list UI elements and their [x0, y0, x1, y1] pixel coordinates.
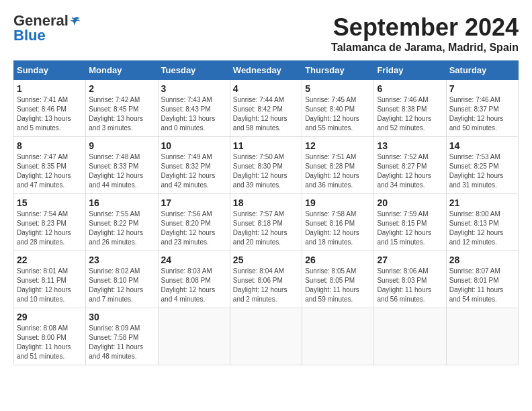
day-info: Sunrise: 7:43 AMSunset: 8:43 PMDaylight:… — [161, 95, 227, 133]
day-number: 25 — [233, 255, 299, 265]
day-info: Sunrise: 8:00 AMSunset: 8:13 PMDaylight:… — [449, 210, 515, 247]
day-number: 1 — [17, 83, 83, 94]
day-number: 3 — [161, 83, 227, 94]
day-info: Sunrise: 7:56 AMSunset: 8:20 PMDaylight:… — [161, 210, 227, 247]
day-number: 29 — [17, 312, 83, 322]
calendar-day-cell: 15Sunrise: 7:54 AMSunset: 8:23 PMDayligh… — [14, 194, 86, 251]
empty-cell — [302, 308, 374, 365]
day-number: 13 — [377, 140, 443, 151]
empty-cell — [446, 308, 518, 365]
location-subtitle: Talamanca de Jarama, Madrid, Spain — [331, 42, 519, 54]
calendar-day-cell: 17Sunrise: 7:56 AMSunset: 8:20 PMDayligh… — [158, 194, 230, 251]
calendar-day-cell: 24Sunrise: 8:03 AMSunset: 8:08 PMDayligh… — [158, 251, 230, 308]
calendar-day-cell: 25Sunrise: 8:04 AMSunset: 8:06 PMDayligh… — [230, 251, 302, 308]
day-info: Sunrise: 8:06 AMSunset: 8:03 PMDaylight:… — [377, 267, 443, 304]
day-info: Sunrise: 8:01 AMSunset: 8:11 PMDaylight:… — [17, 267, 83, 304]
header-sunday: Sunday — [14, 61, 86, 80]
day-number: 27 — [377, 255, 443, 265]
day-info: Sunrise: 7:42 AMSunset: 8:45 PMDaylight:… — [89, 95, 154, 133]
day-number: 8 — [17, 140, 83, 151]
day-number: 28 — [449, 255, 515, 265]
calendar-day-cell: 29Sunrise: 8:08 AMSunset: 8:00 PMDayligh… — [14, 308, 86, 365]
calendar-day-cell: 2Sunrise: 7:42 AMSunset: 8:45 PMDaylight… — [86, 80, 158, 137]
month-year-title: September 2024 — [331, 13, 519, 42]
header-friday: Friday — [374, 61, 446, 80]
header-monday: Monday — [86, 61, 158, 80]
header: General Blue September 2024 Talamanca de… — [13, 13, 519, 54]
day-number: 10 — [161, 140, 227, 151]
calendar-day-cell: 11Sunrise: 7:50 AMSunset: 8:30 PMDayligh… — [230, 137, 302, 194]
calendar-day-cell: 19Sunrise: 7:58 AMSunset: 8:16 PMDayligh… — [302, 194, 374, 251]
calendar-day-cell: 7Sunrise: 7:46 AMSunset: 8:37 PMDaylight… — [446, 80, 518, 137]
logo: General Blue — [13, 13, 81, 43]
day-info: Sunrise: 7:47 AMSunset: 8:35 PMDaylight:… — [17, 152, 83, 190]
day-number: 15 — [17, 197, 83, 208]
day-number: 26 — [305, 255, 371, 265]
calendar-day-cell: 10Sunrise: 7:49 AMSunset: 8:32 PMDayligh… — [158, 137, 230, 194]
header-saturday: Saturday — [446, 61, 518, 80]
day-number: 6 — [377, 83, 443, 94]
calendar-table: Sunday Monday Tuesday Wednesday Thursday… — [13, 60, 519, 365]
calendar-day-cell: 27Sunrise: 8:06 AMSunset: 8:03 PMDayligh… — [374, 251, 446, 308]
logo-bird-icon — [70, 15, 81, 26]
weekday-header-row: Sunday Monday Tuesday Wednesday Thursday… — [14, 61, 519, 80]
empty-cell — [158, 308, 230, 365]
day-number: 4 — [233, 83, 299, 94]
day-number: 23 — [89, 255, 154, 265]
day-number: 5 — [305, 83, 371, 94]
calendar-day-cell: 18Sunrise: 7:57 AMSunset: 8:18 PMDayligh… — [230, 194, 302, 251]
day-info: Sunrise: 7:59 AMSunset: 8:15 PMDaylight:… — [377, 210, 443, 247]
day-info: Sunrise: 7:52 AMSunset: 8:27 PMDaylight:… — [377, 152, 443, 190]
day-number: 2 — [89, 83, 154, 94]
day-info: Sunrise: 8:04 AMSunset: 8:06 PMDaylight:… — [233, 267, 299, 304]
day-info: Sunrise: 7:41 AMSunset: 8:46 PMDaylight:… — [17, 95, 83, 133]
day-info: Sunrise: 7:51 AMSunset: 8:28 PMDaylight:… — [305, 152, 371, 190]
header-wednesday: Wednesday — [230, 61, 302, 80]
calendar-day-cell: 8Sunrise: 7:47 AMSunset: 8:35 PMDaylight… — [14, 137, 86, 194]
header-tuesday: Tuesday — [158, 61, 230, 80]
day-info: Sunrise: 7:57 AMSunset: 8:18 PMDaylight:… — [233, 210, 299, 247]
calendar-day-cell: 5Sunrise: 7:45 AMSunset: 8:40 PMDaylight… — [302, 80, 374, 137]
calendar-day-cell: 12Sunrise: 7:51 AMSunset: 8:28 PMDayligh… — [302, 137, 374, 194]
calendar-day-cell: 28Sunrise: 8:07 AMSunset: 8:01 PMDayligh… — [446, 251, 518, 308]
empty-cell — [374, 308, 446, 365]
day-info: Sunrise: 7:46 AMSunset: 8:38 PMDaylight:… — [377, 95, 443, 133]
title-area: September 2024 Talamanca de Jarama, Madr… — [331, 13, 519, 54]
day-number: 9 — [89, 140, 154, 151]
calendar-day-cell: 21Sunrise: 8:00 AMSunset: 8:13 PMDayligh… — [446, 194, 518, 251]
calendar-week-row: 29Sunrise: 8:08 AMSunset: 8:00 PMDayligh… — [14, 308, 519, 365]
day-number: 18 — [233, 197, 299, 208]
calendar-day-cell: 4Sunrise: 7:44 AMSunset: 8:42 PMDaylight… — [230, 80, 302, 137]
day-info: Sunrise: 7:54 AMSunset: 8:23 PMDaylight:… — [17, 210, 83, 247]
calendar-week-row: 15Sunrise: 7:54 AMSunset: 8:23 PMDayligh… — [14, 194, 519, 251]
calendar-day-cell: 6Sunrise: 7:46 AMSunset: 8:38 PMDaylight… — [374, 80, 446, 137]
day-info: Sunrise: 7:44 AMSunset: 8:42 PMDaylight:… — [233, 95, 299, 133]
day-number: 22 — [17, 255, 83, 265]
calendar-day-cell: 22Sunrise: 8:01 AMSunset: 8:11 PMDayligh… — [14, 251, 86, 308]
logo-blue-text: Blue — [13, 28, 81, 43]
calendar-day-cell: 1Sunrise: 7:41 AMSunset: 8:46 PMDaylight… — [14, 80, 86, 137]
day-number: 24 — [161, 255, 227, 265]
day-info: Sunrise: 7:53 AMSunset: 8:25 PMDaylight:… — [449, 152, 515, 190]
day-number: 16 — [89, 197, 154, 208]
calendar-day-cell: 30Sunrise: 8:09 AMSunset: 7:58 PMDayligh… — [86, 308, 158, 365]
day-info: Sunrise: 7:49 AMSunset: 8:32 PMDaylight:… — [161, 152, 227, 190]
day-number: 21 — [449, 197, 515, 208]
calendar-week-row: 8Sunrise: 7:47 AMSunset: 8:35 PMDaylight… — [14, 137, 519, 194]
calendar-week-row: 1Sunrise: 7:41 AMSunset: 8:46 PMDaylight… — [14, 80, 519, 137]
calendar-day-cell: 14Sunrise: 7:53 AMSunset: 8:25 PMDayligh… — [446, 137, 518, 194]
day-info: Sunrise: 8:02 AMSunset: 8:10 PMDaylight:… — [89, 267, 154, 304]
day-number: 11 — [233, 140, 299, 151]
day-info: Sunrise: 7:50 AMSunset: 8:30 PMDaylight:… — [233, 152, 299, 190]
calendar-day-cell: 16Sunrise: 7:55 AMSunset: 8:22 PMDayligh… — [86, 194, 158, 251]
calendar-day-cell: 23Sunrise: 8:02 AMSunset: 8:10 PMDayligh… — [86, 251, 158, 308]
logo-general-text: General — [13, 13, 69, 28]
day-info: Sunrise: 7:46 AMSunset: 8:37 PMDaylight:… — [449, 95, 515, 133]
day-number: 19 — [305, 197, 371, 208]
day-info: Sunrise: 7:58 AMSunset: 8:16 PMDaylight:… — [305, 210, 371, 247]
calendar-day-cell: 26Sunrise: 8:05 AMSunset: 8:05 PMDayligh… — [302, 251, 374, 308]
calendar-day-cell: 13Sunrise: 7:52 AMSunset: 8:27 PMDayligh… — [374, 137, 446, 194]
calendar-day-cell: 20Sunrise: 7:59 AMSunset: 8:15 PMDayligh… — [374, 194, 446, 251]
calendar-week-row: 22Sunrise: 8:01 AMSunset: 8:11 PMDayligh… — [14, 251, 519, 308]
day-info: Sunrise: 8:07 AMSunset: 8:01 PMDaylight:… — [449, 267, 515, 304]
